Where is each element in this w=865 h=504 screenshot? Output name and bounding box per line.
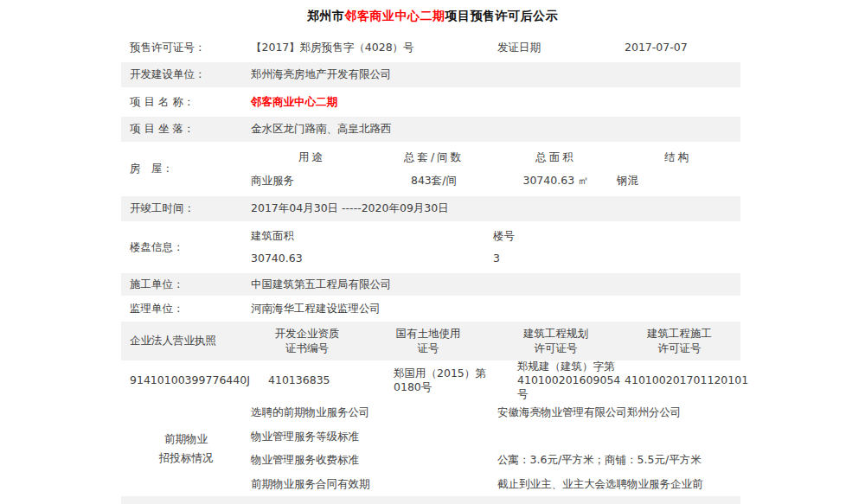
license-business-value: 91410100399776440J [121, 373, 251, 387]
constructor-label: 施工单位： [121, 278, 251, 291]
construction-dates-value: 2017年04月30日 -----2020年09月30日 [251, 201, 449, 215]
row-house: 房 屋： 用途 总套/间数 总面积 结构 商业服务 843套/间 30740.6… [121, 142, 740, 196]
issue-date-value: 2017-07-07 [625, 41, 740, 54]
house-structure-value: 钢混 [617, 174, 739, 188]
row-presale-permit: 预售许可证号： 【2017】郑房预售字（4028）号 发证日期 2017-07-… [121, 33, 740, 62]
page-title: 郑州市邻客商业中心二期项目预售许可后公示 [0, 9, 865, 24]
presale-permit-label: 预售许可证号： [121, 41, 251, 54]
page-title-project-name: 邻客商业中心二期 [345, 9, 445, 22]
presale-permit-number: 【2017】郑房预售字（4028）号 [251, 41, 497, 54]
house-header-structure: 结构 [617, 150, 739, 164]
row-location: 项 目 坐 落： 金水区龙门路南、高皇北路西 [121, 117, 740, 142]
building-number-header: 楼号 [493, 229, 740, 243]
license-header-construction: 建筑工程施工 许可证号 [618, 327, 740, 355]
row-building-info: 楼盘信息： 建筑面积 楼号 30740.63 3 [121, 221, 740, 273]
license-land-use-value: 郑国用（2015）第0180号 [363, 367, 493, 395]
row-developer: 开发建设单位： 郑州海亮房地产开发有限公司 [121, 62, 740, 87]
house-value-row: 商业服务 843套/间 30740.63 ㎡ 钢混 [251, 174, 740, 188]
building-info-header-row: 建筑面积 楼号 [251, 229, 740, 243]
house-usage-value: 商业服务 [251, 174, 373, 188]
property-bidding-label-line2: 招投标情况 [121, 449, 251, 467]
constructor-value: 中国建筑第五工程局有限公司 [251, 278, 392, 291]
property-item: 选聘的前期物业服务公司 安徽海亮物业管理有限公司郑州分公司 [251, 400, 740, 424]
supervisor-label: 监理单位： [121, 302, 251, 316]
license-construction-value: 410100201701120101 [618, 373, 748, 387]
supervisor-value: 河南海华工程建设监理公司 [251, 302, 381, 316]
developer-label: 开发建设单位： [121, 67, 251, 81]
row-project-name: 项 目 名 称： 邻客商业中心二期 [121, 87, 740, 117]
building-number-value: 3 [493, 252, 740, 265]
row-licenses-values: 91410100399776440J 410136835 郑国用（2015）第0… [121, 360, 740, 400]
license-header-qualification: 开发企业资质 证书编号 [251, 327, 363, 355]
property-company-key: 选聘的前期物业服务公司 [251, 405, 497, 419]
location-value: 金水区龙门路南、高皇北路西 [251, 122, 392, 136]
house-units-value: 843套/间 [373, 174, 495, 188]
license-planning-value: 郑规建（建筑）字第410100201609054号 [493, 360, 618, 402]
house-header-area: 总面积 [495, 150, 617, 164]
page-title-suffix: 项目预售许可后公示 [445, 9, 559, 22]
construction-dates-label: 开竣工时间： [121, 201, 251, 215]
house-header-usage: 用途 [251, 150, 373, 164]
property-bidding-label: 前期物业 招投标情况 [121, 430, 251, 467]
row-construction-dates: 开竣工时间： 2017年04月30日 -----2020年09月30日 [121, 196, 740, 221]
building-area-value: 30740.63 [251, 252, 493, 265]
property-item: 物业管理服务等级标准 [251, 424, 740, 449]
property-company-value: 安徽海亮物业管理有限公司郑州分公司 [497, 405, 740, 419]
house-label: 房 屋： [121, 162, 251, 175]
building-info-label: 楼盘信息： [121, 240, 251, 254]
building-info-value-row: 30740.63 3 [251, 252, 740, 265]
license-header-business: 企业法人营业执照 [121, 334, 251, 348]
page-title-prefix: 郑州市 [307, 9, 345, 22]
building-area-header: 建筑面积 [251, 229, 493, 243]
house-header-units: 总套/间数 [373, 150, 495, 164]
project-name-label: 项 目 名 称： [121, 95, 251, 109]
license-qualification-value: 410136835 [251, 373, 363, 387]
property-contract-key: 前期物业服务合同有效期 [251, 477, 497, 491]
row-constructor: 施工单位： 中国建筑第五工程局有限公司 [121, 273, 740, 296]
property-bidding-label-line1: 前期物业 [121, 430, 251, 448]
property-contract-value: 截止到业主、业主大会选聘物业服务企业前 [497, 477, 740, 491]
house-header-row: 用途 总套/间数 总面积 结构 [251, 150, 740, 164]
license-header-planning: 建筑工程规划 许可证号 [493, 327, 618, 355]
property-item: 前期物业服务合同有效期 截止到业主、业主大会选聘物业服务企业前 [251, 472, 740, 496]
developer-value: 郑州海亮房地产开发有限公司 [251, 67, 392, 81]
house-area-value: 30740.63 ㎡ [495, 174, 617, 188]
row-property-bidding: 前期物业 招投标情况 选聘的前期物业服务公司 安徽海亮物业管理有限公司郑州分公司… [121, 400, 740, 496]
issue-date-label: 发证日期 [497, 41, 625, 54]
property-item: 物业管理服务收费标准 公寓：3.6元/平方米；商铺：5.5元/平方米 [251, 449, 740, 473]
property-fee-value: 公寓：3.6元/平方米；商铺：5.5元/平方米 [497, 453, 740, 467]
project-name-value: 邻客商业中心二期 [251, 95, 337, 109]
property-grade-key: 物业管理服务等级标准 [251, 430, 497, 443]
property-fee-key: 物业管理服务收费标准 [251, 453, 497, 467]
next-row-partial [121, 496, 740, 504]
notice-table: 预售许可证号： 【2017】郑房预售字（4028）号 发证日期 2017-07-… [121, 33, 740, 504]
row-supervisor: 监理单位： 河南海华工程建设监理公司 [121, 296, 740, 322]
license-header-land-use: 国有土地使用 证号 [363, 327, 493, 355]
row-licenses-header: 企业法人营业执照 开发企业资质 证书编号 国有土地使用 证号 建筑工程规划 许可… [121, 322, 740, 360]
location-label: 项 目 坐 落： [121, 122, 251, 136]
